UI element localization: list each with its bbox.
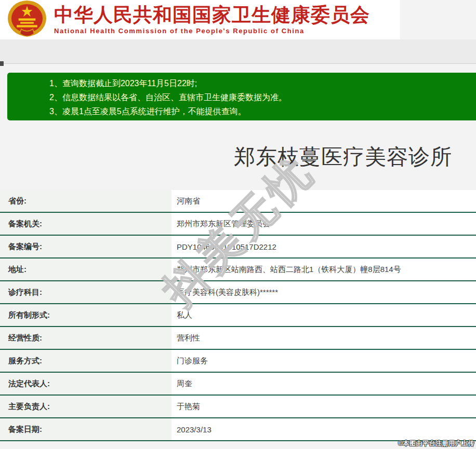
left-edge-notch [0, 61, 4, 66]
field-label: 备案机关: [0, 213, 171, 235]
field-value: PDY10466641010517D2212 [171, 236, 476, 257]
table-row: 地址: 郑州市郑东新区站南路西、站西二路北1（铁科大厦）幢8层814号 [0, 258, 476, 281]
table-row: 省份: 河南省 [0, 190, 476, 213]
field-value: 于艳菊 [171, 396, 476, 417]
field-label: 经营性质: [0, 327, 171, 349]
field-value: 郑州市郑东新区站南路西、站西二路北1（铁科大厦）幢8层814号 [171, 258, 476, 280]
photo-credit-watermark: ©本图由平台注册用户上传 [398, 439, 474, 448]
field-value: 郑州市郑东新区管理委员会 [171, 213, 476, 235]
table-row: 法定代表人: 周奎 [0, 373, 476, 396]
site-header: 中华人民共和国国家卫生健康委员会 National Health Commiss… [0, 0, 400, 39]
field-value: 河南省 [171, 190, 476, 212]
page-title: 郑东枝蔓医疗美容诊所 [234, 143, 452, 170]
notice-line: 2、信息数据结果以各省、自治区、直辖市卫生健康委数据为准。 [49, 90, 471, 104]
field-value: 营利性 [171, 327, 476, 349]
field-value: 2023/3/13 [171, 418, 476, 440]
field-label: 诊疗科目: [0, 281, 171, 303]
table-row: 备案机关: 郑州市郑东新区管理委员会 [0, 213, 476, 236]
field-label: 省份: [0, 190, 171, 212]
table-row: 服务方式: 门诊服务 [0, 350, 476, 373]
table-row: 备案日期: 2023/3/13 [0, 418, 476, 441]
notice-line: 1、查询数据截止到2023年11月5日22时; [49, 76, 471, 90]
china-national-emblem-icon [0, 0, 54, 39]
table-row: 主要负责人: 于艳菊 [0, 396, 476, 418]
field-label: 主要负责人: [0, 396, 171, 417]
table-row: 诊疗科目: 医疗美容科(美容皮肤科)****** [0, 281, 476, 304]
table-row: 备案编号: PDY10466641010517D2212 [0, 236, 476, 258]
field-label: 服务方式: [0, 350, 171, 372]
field-value: 门诊服务 [171, 350, 476, 372]
subheader-band [0, 39, 476, 64]
org-title-cn: 中华人民共和国国家卫生健康委员会 [54, 5, 370, 25]
record-table: 省份: 河南省 备案机关: 郑州市郑东新区管理委员会 备案编号: PDY1046… [0, 190, 476, 441]
field-label: 备案日期: [0, 418, 171, 440]
field-value: 周奎 [171, 373, 476, 394]
field-label: 地址: [0, 258, 171, 280]
field-label: 所有制形式: [0, 304, 171, 326]
table-row: 经营性质: 营利性 [0, 327, 476, 350]
notice-box: 1、查询数据截止到2023年11月5日22时; 2、信息数据结果以各省、自治区、… [7, 73, 476, 120]
notice-line: 3、凌晨1点至凌晨5点系统进行维护，不能提供查询。 [49, 104, 471, 118]
org-title-en: National Health Commission of the People… [54, 27, 370, 35]
field-value: 私人 [171, 304, 476, 326]
field-label: 法定代表人: [0, 373, 171, 394]
field-value: 医疗美容科(美容皮肤科)****** [171, 281, 476, 303]
table-row: 所有制形式: 私人 [0, 304, 476, 327]
field-label: 备案编号: [0, 236, 171, 257]
